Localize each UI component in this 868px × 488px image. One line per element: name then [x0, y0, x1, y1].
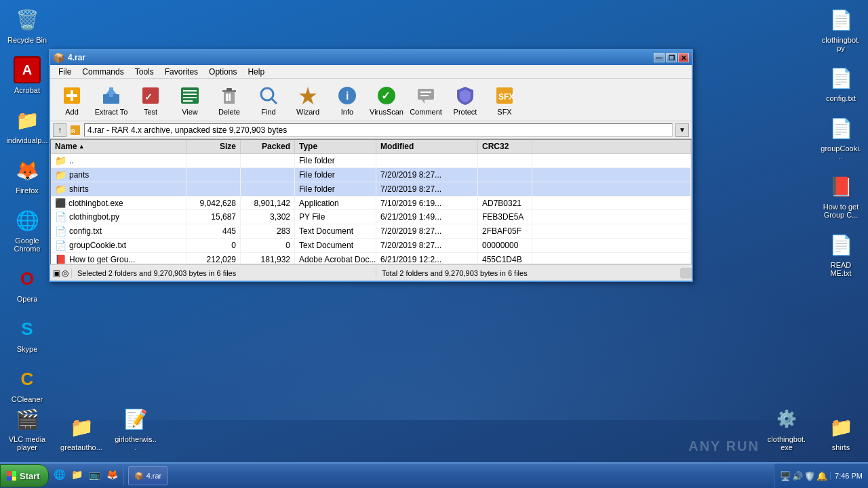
- table-row[interactable]: 📕 How to get Grou... 212,029 181,932 Ado…: [51, 253, 691, 264]
- toolbar-test-button[interactable]: ✓ Test: [132, 81, 170, 118]
- up-button[interactable]: ↑: [53, 123, 66, 137]
- col-extra[interactable]: [532, 140, 691, 153]
- shirts-bottom-label: shirts: [832, 443, 850, 451]
- restore-button[interactable]: ❐: [666, 53, 677, 62]
- desktop-icons-bottom-right: ⚙️ clothingbot.exe 📁 shirts: [760, 399, 868, 458]
- desktop-icon-chrome[interactable]: 🌐 Google Chrome: [3, 204, 51, 256]
- test-icon: ✓: [138, 83, 163, 108]
- toolbar-sfx-button[interactable]: SFX SFX: [486, 81, 524, 118]
- sys-tray-icons: 🖥️ 🔊 🛡️ 🔔: [780, 471, 827, 481]
- file-crc-cell: 2FBAF05F: [478, 224, 532, 238]
- file-crc-cell: [478, 182, 532, 196]
- file-size-cell: 15,687: [186, 210, 241, 224]
- window-titlebar: 📦 4.rar — ❐ ✕: [50, 50, 692, 65]
- svg-rect-35: [12, 471, 16, 476]
- menu-help[interactable]: Help: [242, 66, 270, 78]
- desktop-icon-shirts-bottom[interactable]: 📁 shirts: [817, 411, 865, 454]
- desktop-icon-groupcookie[interactable]: 📄 groupCooki...: [817, 112, 865, 163]
- file-modified-cell: 7/20/2019 8:27...: [376, 239, 478, 252]
- toolbar-delete-button[interactable]: Delete: [210, 81, 248, 118]
- table-row[interactable]: 📁 shirts File folder 7/20/2019 8:27...: [51, 182, 691, 197]
- recycle-bin-label: Recycle Bin: [7, 36, 47, 44]
- greatautho-label: greatauthо...: [60, 443, 102, 451]
- close-button[interactable]: ✕: [678, 53, 689, 62]
- desktop-icon-recycle-bin[interactable]: 🗑️ Recycle Bin: [3, 3, 51, 47]
- desktop-icon-skype[interactable]: S Skype: [3, 312, 51, 356]
- svg-text:SFX: SFX: [498, 92, 514, 102]
- taskbar-rar-item[interactable]: 📦 4.rar: [128, 466, 168, 485]
- toolbar-wizard-button[interactable]: Wizard: [289, 81, 327, 118]
- address-dropdown[interactable]: ▼: [675, 123, 689, 137]
- how-to-get-label: How to get Group C...: [820, 203, 862, 219]
- desktop-icon-readme[interactable]: 📄 READ ME.txt: [817, 228, 865, 280]
- desktop-icon-firefox[interactable]: 🦊 Firefox: [3, 154, 51, 197]
- col-type[interactable]: Type: [295, 140, 376, 153]
- desktop-icon-vlc[interactable]: 🎬 VLC media player: [3, 403, 51, 454]
- desktop-icon-clothingbot-py[interactable]: 📄 clothingbot.py: [817, 3, 865, 55]
- skype-label: Skype: [17, 345, 38, 353]
- desktop-icon-opera[interactable]: O Opera: [3, 262, 51, 306]
- col-modified[interactable]: Modified: [376, 140, 478, 153]
- folder-icon: 📁: [55, 155, 66, 166]
- menu-tools[interactable]: Tools: [130, 66, 159, 78]
- file-name-cell: 📁 pants: [51, 168, 186, 182]
- table-row[interactable]: ⬛ clothingbot.exe 9,042,628 8,901,142 Ap…: [51, 197, 691, 210]
- table-row[interactable]: 📁 pants File folder 7/20/2019 8:27...: [51, 168, 691, 182]
- sound-icon: 🔊: [792, 471, 803, 481]
- desktop-icon-how-to-get[interactable]: 📕 How to get Group C...: [817, 170, 865, 222]
- svg-marker-27: [422, 100, 425, 104]
- firefox-quicklaunch[interactable]: 🦊: [104, 466, 121, 483]
- media-quicklaunch[interactable]: 📺: [87, 466, 103, 483]
- resize-grip[interactable]: [681, 268, 692, 279]
- desktop-icon-config-txt[interactable]: 📄 config.txt: [817, 62, 865, 105]
- opera-icon: O: [14, 265, 41, 292]
- desktop-icons-bottom: 🎬 VLC media player 📁 greatauthо... 📝 gir…: [0, 399, 163, 458]
- toolbar-add-button[interactable]: Add: [53, 81, 91, 118]
- shirts-bottom-icon: 📁: [827, 413, 854, 441]
- menu-options[interactable]: Options: [203, 66, 242, 78]
- table-row[interactable]: 📁 .. File folder: [51, 154, 691, 168]
- menu-commands[interactable]: Commands: [77, 66, 129, 78]
- status-icon-1: ▣: [53, 268, 60, 278]
- file-type-cell: PY File: [295, 210, 376, 224]
- acrobat-label: Acrobat: [14, 86, 40, 94]
- find-icon: [256, 83, 281, 108]
- table-row[interactable]: 📄 config.txt 445 283 Text Document 7/20/…: [51, 224, 691, 239]
- table-row[interactable]: 📄 groupCookie.txt 0 0 Text Document 7/20…: [51, 239, 691, 253]
- desktop-icon-clothingbot-exe-bottom[interactable]: ⚙️ clothingbot.exe: [763, 403, 810, 454]
- protect-label: Protect: [454, 108, 477, 116]
- toolbar-comment-button[interactable]: Comment: [407, 81, 445, 118]
- menu-file[interactable]: File: [53, 66, 77, 78]
- update-icon: 🔔: [816, 471, 827, 481]
- toolbar-protect-button[interactable]: Protect: [446, 81, 484, 118]
- minimize-button[interactable]: —: [654, 53, 665, 62]
- file-size-cell: 445: [186, 224, 241, 238]
- file-packed-cell: 0: [241, 239, 295, 252]
- file-extra-cell: [532, 154, 691, 167]
- col-name[interactable]: Name ▲: [51, 140, 186, 153]
- svg-rect-36: [7, 476, 12, 481]
- desktop-icon-girlotherwis[interactable]: 📝 girlotherwis...: [112, 403, 159, 454]
- toolbar-info-button[interactable]: i Info: [328, 81, 366, 118]
- desktop-icon-greatautho[interactable]: 📁 greatauthо...: [58, 411, 105, 454]
- col-packed[interactable]: Packed: [241, 140, 295, 153]
- toolbar-view-button[interactable]: View: [171, 81, 209, 118]
- desktop-icon-acrobat[interactable]: A Acrobat: [3, 54, 51, 97]
- svg-rect-26: [418, 89, 434, 100]
- toolbar-find-button[interactable]: Find: [250, 81, 288, 118]
- start-button[interactable]: Start: [0, 464, 49, 487]
- view-label: View: [182, 108, 198, 116]
- desktop-icon-individual[interactable]: 📁 individualp...: [3, 104, 51, 147]
- groupcookie-icon: 📄: [827, 115, 854, 142]
- status-icon-2: ◎: [62, 268, 68, 278]
- toolbar-virusscan-button[interactable]: ✓ VirusScan: [368, 81, 406, 118]
- col-size[interactable]: Size: [186, 140, 241, 153]
- toolbar-extract-button[interactable]: Extract To: [92, 81, 130, 118]
- menu-favorites[interactable]: Favorites: [159, 66, 203, 78]
- desktop-icons-right: 📄 clothingbot.py 📄 config.txt 📄 groupCoo…: [814, 0, 868, 283]
- table-row[interactable]: 📄 clothingbot.py 15,687 3,302 PY File 6/…: [51, 210, 691, 224]
- folder-quicklaunch[interactable]: 📁: [69, 466, 85, 483]
- ie-quicklaunch[interactable]: 🌐: [52, 466, 68, 483]
- col-crc32[interactable]: CRC32: [478, 140, 532, 153]
- file-name-cell: ⬛ clothingbot.exe: [51, 197, 186, 209]
